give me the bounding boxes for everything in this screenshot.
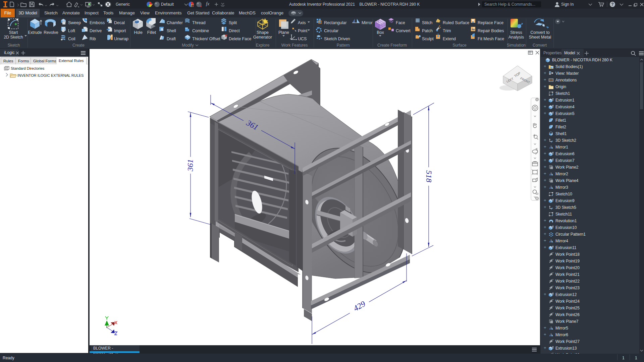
svg-text:Direct: Direct bbox=[229, 28, 240, 33]
svg-text:Point: Point bbox=[298, 28, 308, 33]
svg-text:Axis: Axis bbox=[298, 20, 306, 25]
svg-text:Repair Bodies: Repair Bodies bbox=[478, 28, 504, 33]
svg-text:Stitch: Stitch bbox=[422, 20, 432, 25]
svg-text:361: 361 bbox=[186, 159, 195, 172]
svg-text:Generator: Generator bbox=[253, 35, 272, 40]
svg-text:Surface: Surface bbox=[452, 43, 467, 48]
svg-text:Convert to: Convert to bbox=[530, 30, 550, 35]
svg-text:Start: Start bbox=[9, 30, 18, 35]
svg-text:Create Freeform: Create Freeform bbox=[377, 43, 407, 48]
svg-text:Replace Face: Replace Face bbox=[478, 20, 503, 25]
svg-text:Extrude: Extrude bbox=[28, 30, 42, 35]
svg-text:Sweep: Sweep bbox=[68, 20, 81, 25]
svg-text:Loft: Loft bbox=[68, 28, 75, 33]
svg-text:Combine: Combine bbox=[192, 28, 209, 33]
svg-text:Explore: Explore bbox=[256, 43, 270, 48]
svg-text:Derive: Derive bbox=[90, 28, 102, 33]
svg-text:Sheet Metal: Sheet Metal bbox=[529, 35, 551, 40]
svg-text:Thread: Thread bbox=[192, 20, 206, 25]
svg-text:Sketch: Sketch bbox=[8, 43, 20, 48]
svg-text:Coil: Coil bbox=[68, 37, 75, 41]
svg-text:Analysis: Analysis bbox=[508, 35, 524, 40]
svg-text:Emboss: Emboss bbox=[90, 20, 105, 25]
svg-text:UCS: UCS bbox=[298, 37, 307, 41]
svg-text:Create: Create bbox=[72, 43, 85, 48]
svg-text:Mirror: Mirror bbox=[362, 20, 373, 25]
svg-text:Fillet: Fillet bbox=[147, 30, 156, 35]
svg-text:Draft: Draft bbox=[167, 37, 176, 41]
svg-text:Split: Split bbox=[229, 20, 237, 25]
svg-text:Face: Face bbox=[396, 20, 405, 25]
svg-text:Fit Mesh Face: Fit Mesh Face bbox=[478, 37, 504, 41]
svg-text:Delete Face: Delete Face bbox=[229, 37, 251, 41]
svg-text:Pattern: Pattern bbox=[337, 43, 350, 48]
svg-text:Shape: Shape bbox=[257, 30, 269, 35]
svg-text:Stress: Stress bbox=[510, 30, 522, 35]
svg-text:Unwrap: Unwrap bbox=[114, 37, 128, 41]
svg-text:Extend: Extend bbox=[443, 37, 456, 41]
svg-text:Decal: Decal bbox=[114, 20, 125, 25]
svg-text:Standard Directories: Standard Directories bbox=[11, 66, 45, 70]
svg-text:Sketch Driven: Sketch Driven bbox=[324, 37, 350, 41]
svg-text:Import: Import bbox=[114, 28, 126, 33]
svg-text:INVENTOR ILOGIC EXTERNAL RULES: INVENTOR ILOGIC EXTERNAL RULES bbox=[17, 73, 84, 77]
svg-text:Sculpt: Sculpt bbox=[422, 37, 434, 41]
svg-text:Box: Box bbox=[377, 30, 384, 35]
svg-text:Modify: Modify bbox=[182, 43, 194, 48]
svg-text:Hole: Hole bbox=[134, 30, 143, 35]
svg-text:Work Features: Work Features bbox=[281, 43, 308, 48]
svg-text:Convert: Convert bbox=[533, 43, 547, 48]
svg-text:2D Sketch: 2D Sketch bbox=[4, 35, 23, 40]
svg-text:Rib: Rib bbox=[90, 37, 96, 41]
svg-text:Simulation: Simulation bbox=[507, 43, 526, 48]
svg-text:Revolve: Revolve bbox=[44, 30, 58, 35]
svg-text:?: ? bbox=[611, 2, 613, 7]
svg-text:Thicken/ Offset: Thicken/ Offset bbox=[192, 37, 220, 41]
svg-text:Chamfer: Chamfer bbox=[167, 20, 183, 25]
svg-text:Shell: Shell bbox=[167, 28, 176, 33]
svg-text:Convert: Convert bbox=[396, 28, 411, 33]
svg-text:Trim: Trim bbox=[443, 28, 451, 33]
svg-text:Ruled Surface: Ruled Surface bbox=[443, 20, 469, 25]
svg-text:518: 518 bbox=[425, 170, 433, 182]
svg-text:Rectangular: Rectangular bbox=[324, 20, 346, 25]
svg-text:Circular: Circular bbox=[324, 28, 338, 33]
svg-text:Plane: Plane bbox=[278, 30, 289, 35]
svg-text:Patch: Patch bbox=[422, 28, 433, 33]
